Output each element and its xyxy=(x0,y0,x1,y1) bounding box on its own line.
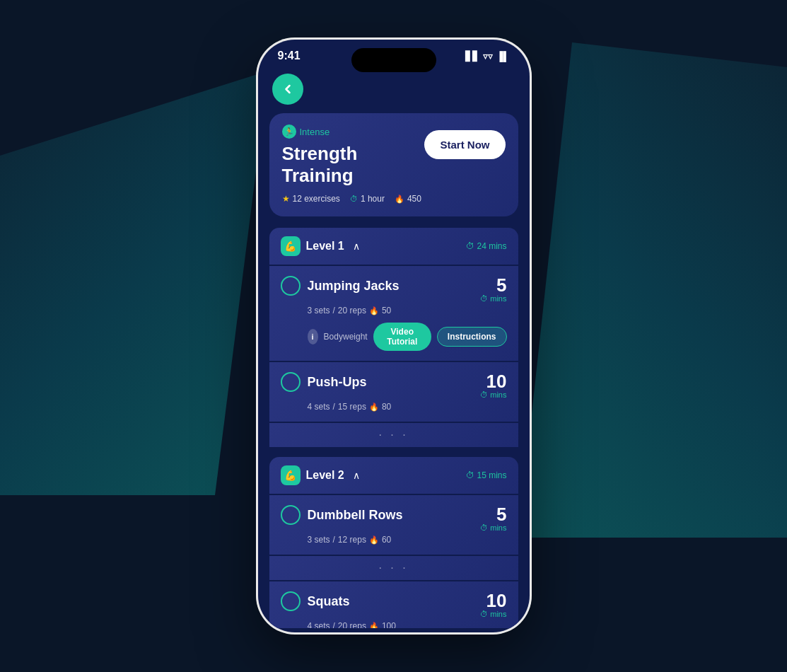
dumbbell-rows-name: Dumbbell Rows xyxy=(308,508,403,523)
level2-title: Level 2 xyxy=(306,469,344,482)
exercise-row-dumbbell: Dumbbell Rows 5 ⏱ mins xyxy=(281,505,507,532)
level2-time: ⏱ 15 mins xyxy=(466,470,506,480)
squats-clock: ⏱ xyxy=(480,610,488,618)
status-time: 9:41 xyxy=(278,50,301,62)
push-ups-sets: 4 sets xyxy=(308,402,330,412)
badge-icon: 🏃 xyxy=(282,124,296,139)
jumping-jacks-unit: ⏱ mins xyxy=(480,294,506,303)
phone-screen: 9:41 ▋▋ ▿▿ ▐▌ 🏃 Intense St xyxy=(258,40,530,632)
exercise-left-squats: Squats xyxy=(281,591,350,611)
level1-header: 💪 Level 1 ∧ ⏱ 24 mins xyxy=(269,228,518,265)
jumping-jacks-calories: 50 xyxy=(382,306,391,315)
dumbbell-meta: 3 sets / 12 reps 🔥 60 xyxy=(308,535,507,545)
push-ups-meta: 4 sets / 15 reps 🔥 80 xyxy=(308,402,507,412)
bg-shape-right xyxy=(518,42,787,538)
exercise-row-squats: Squats 10 ⏱ mins xyxy=(281,591,507,618)
signal-icon: ▋▋ xyxy=(465,51,479,62)
squats-duration: 10 xyxy=(480,591,506,610)
dumbbell-reps: 12 reps xyxy=(338,535,366,545)
dumbbell-unit: ⏱ mins xyxy=(480,523,506,532)
phone-frame: 9:41 ▋▋ ▿▿ ▐▌ 🏃 Intense St xyxy=(256,37,532,635)
exercise-left-jumping-jacks: Jumping Jacks xyxy=(281,276,400,296)
exercise-jumping-jacks: Jumping Jacks 5 ⏱ mins 3 sets / xyxy=(269,266,518,361)
exercise-right-dumbbell: 5 ⏱ mins xyxy=(480,505,506,532)
wifi-icon: ▿▿ xyxy=(483,51,493,62)
exercise-circle-push-ups xyxy=(281,372,301,392)
push-ups-dots: · · · xyxy=(269,423,518,447)
calories-stat: 🔥 450 xyxy=(395,194,421,204)
battery-icon: ▐▌ xyxy=(496,51,509,62)
level1-title: Level 1 xyxy=(306,240,344,253)
level2-header: 💪 Level 2 ∧ ⏱ 15 mins xyxy=(269,457,518,494)
instructions-button[interactable]: Instructions xyxy=(437,327,507,347)
push-ups-reps: 15 reps xyxy=(338,402,366,412)
scroll-content: 🏃 Intense Strength Training ★ 12 exercis… xyxy=(258,113,530,628)
hero-card: 🏃 Intense Strength Training ★ 12 exercis… xyxy=(269,113,518,216)
push-ups-clock: ⏱ xyxy=(480,390,488,399)
jumping-jacks-name: Jumping Jacks xyxy=(308,279,400,294)
exercise-right-jumping-jacks: 5 ⏱ mins xyxy=(480,276,506,303)
exercise-circle-jumping-jacks xyxy=(281,276,301,296)
jumping-jacks-sets: 3 sets xyxy=(308,306,330,315)
start-now-button[interactable]: Start Now xyxy=(424,130,505,159)
video-tutorial-button[interactable]: Video Tutorial xyxy=(373,323,431,351)
duration-stat: ⏱ 1 hour xyxy=(350,194,385,204)
exercise-row-push-ups: Push-Ups 10 ⏱ mins xyxy=(281,372,507,399)
jumping-jacks-clock: ⏱ xyxy=(480,294,488,303)
calories-value: 450 xyxy=(407,194,421,204)
workout-title: Strength Training xyxy=(282,143,425,187)
jumping-jacks-meta: 3 sets / 20 reps 🔥 50 xyxy=(308,306,507,315)
squats-fire: 🔥 xyxy=(369,622,379,629)
squats-calories: 100 xyxy=(382,621,396,628)
bodyweight-info-icon: i xyxy=(308,329,318,344)
equipment-label: Bodyweight xyxy=(324,332,368,342)
level2-clock-icon: ⏱ xyxy=(466,470,474,480)
exercise-left-push-ups: Push-Ups xyxy=(281,372,367,392)
level1-chevron: ∧ xyxy=(353,241,360,252)
status-icons: ▋▋ ▿▿ ▐▌ xyxy=(465,51,509,62)
bg-shape-left xyxy=(0,71,269,495)
exercise-push-ups: Push-Ups 10 ⏱ mins 4 sets / xyxy=(269,362,518,422)
squats-unit: ⏱ mins xyxy=(480,610,506,618)
squats-meta: 4 sets / 20 reps 🔥 100 xyxy=(308,621,507,628)
squats-name: Squats xyxy=(308,594,350,609)
level1-duration: 24 mins xyxy=(477,241,506,251)
dumbbell-calories: 60 xyxy=(382,535,391,545)
exercises-count: 12 exercises xyxy=(293,194,340,204)
level1-left: 💪 Level 1 ∧ xyxy=(281,236,360,256)
badge-text: Intense xyxy=(300,127,330,137)
duration-value: 1 hour xyxy=(361,194,385,204)
squats-sets: 4 sets xyxy=(308,621,330,628)
push-ups-unit: ⏱ mins xyxy=(480,390,506,399)
push-ups-calories: 80 xyxy=(382,402,391,412)
exercise-dumbbell-rows: Dumbbell Rows 5 ⏱ mins 3 sets / xyxy=(269,495,518,555)
level2-group: 💪 Level 2 ∧ ⏱ 15 mins Dumbbell Rows xyxy=(269,457,518,628)
exercise-circle-squats xyxy=(281,591,301,611)
dumbbell-dots: · · · xyxy=(269,556,518,580)
back-button[interactable] xyxy=(272,74,303,105)
star-icon: ★ xyxy=(282,194,290,204)
level2-left: 💪 Level 2 ∧ xyxy=(281,465,360,485)
hero-info: 🏃 Intense Strength Training ★ 12 exercis… xyxy=(282,124,425,204)
dumbbell-duration: 5 xyxy=(480,505,506,523)
exercise-right-squats: 10 ⏱ mins xyxy=(480,591,506,618)
workout-stats: ★ 12 exercises ⏱ 1 hour 🔥 450 xyxy=(282,194,425,204)
exercise-left-dumbbell: Dumbbell Rows xyxy=(281,505,403,525)
dumbbell-sets: 3 sets xyxy=(308,535,330,545)
fire-icon: 🔥 xyxy=(395,195,404,204)
level1-time: ⏱ 24 mins xyxy=(466,241,506,251)
exercises-stat: ★ 12 exercises xyxy=(282,194,340,204)
exercise-squats: Squats 10 ⏱ mins 4 sets / 2 xyxy=(269,581,518,628)
jumping-jacks-fire: 🔥 xyxy=(369,306,379,315)
exercise-row-jumping-jacks: Jumping Jacks 5 ⏱ mins xyxy=(281,276,507,303)
clock-icon: ⏱ xyxy=(350,195,358,203)
exercise-right-push-ups: 10 ⏱ mins xyxy=(480,372,506,399)
level1-clock-icon: ⏱ xyxy=(466,241,474,251)
dumbbell-clock: ⏱ xyxy=(480,523,488,532)
level2-icon: 💪 xyxy=(281,465,301,485)
dumbbell-fire: 🔥 xyxy=(369,535,379,545)
dynamic-island xyxy=(351,48,436,72)
push-ups-name: Push-Ups xyxy=(308,375,367,390)
squats-reps: 20 reps xyxy=(338,621,366,628)
level1-icon: 💪 xyxy=(281,236,301,256)
